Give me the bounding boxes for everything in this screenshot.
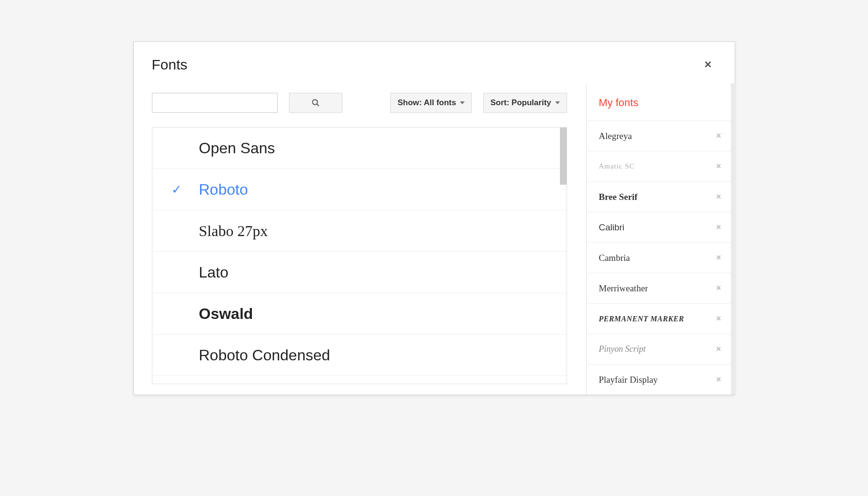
my-fonts-pane: My fonts Alegreya×Amatic SC×Bree Serif×C… xyxy=(586,83,735,395)
font-name-label: Roboto Condensed xyxy=(199,347,330,364)
remove-font-button[interactable]: × xyxy=(716,314,721,324)
font-list-item[interactable]: Slabo 27px xyxy=(152,210,567,252)
remove-font-button[interactable]: × xyxy=(716,161,721,171)
my-font-name-label: Calibri xyxy=(599,222,625,233)
close-icon: × xyxy=(716,222,721,232)
font-name-label: Oswald xyxy=(199,305,253,323)
close-icon: × xyxy=(716,253,721,262)
font-name-label: Roboto xyxy=(199,181,248,198)
font-list[interactable]: Open Sans✓RobotoSlabo 27pxLatoOswaldRobo… xyxy=(152,128,567,384)
my-font-name-label: Pinyon Script xyxy=(599,344,646,354)
my-font-name-label: Alegreya xyxy=(599,131,632,141)
close-icon: × xyxy=(716,283,721,293)
close-icon: × xyxy=(716,161,721,171)
close-button[interactable]: × xyxy=(699,55,716,74)
show-filter-label: Show: All fonts xyxy=(398,98,456,108)
search-input[interactable] xyxy=(152,93,278,113)
my-font-name-label: Permanent Marker xyxy=(599,315,684,323)
close-icon: × xyxy=(716,375,721,384)
left-pane: Show: All fonts Sort: Popularity Open Sa… xyxy=(134,83,586,395)
remove-font-button[interactable]: × xyxy=(716,283,721,293)
dialog-header: Fonts × xyxy=(134,42,735,83)
my-font-item[interactable]: Cambria× xyxy=(587,242,735,273)
remove-font-button[interactable]: × xyxy=(716,375,721,385)
my-font-item[interactable]: Alegreya× xyxy=(587,120,735,151)
remove-font-button[interactable]: × xyxy=(716,192,721,202)
font-name-label: Open Sans xyxy=(199,139,275,157)
close-icon: × xyxy=(716,314,721,323)
font-name-label: Lato xyxy=(199,264,229,281)
font-list-item[interactable]: Lato xyxy=(152,252,567,293)
scrollbar[interactable] xyxy=(731,83,736,395)
close-icon: × xyxy=(716,344,721,354)
search-button[interactable] xyxy=(289,93,342,113)
font-list-item[interactable]: ✓Roboto xyxy=(152,169,567,210)
dialog-body: Show: All fonts Sort: Popularity Open Sa… xyxy=(134,83,735,395)
my-font-name-label: Amatic SC xyxy=(599,162,635,170)
my-font-item[interactable]: Amatic SC× xyxy=(587,151,735,181)
my-font-name-label: Merriweather xyxy=(599,283,648,294)
font-name-label: Slabo 27px xyxy=(199,222,268,240)
font-list-item[interactable]: Roboto Condensed xyxy=(152,335,567,376)
controls-row: Show: All fonts Sort: Popularity xyxy=(152,83,586,127)
search-icon xyxy=(311,99,320,107)
my-font-item[interactable]: Bree Serif× xyxy=(587,181,735,212)
font-list-item[interactable]: Oswald xyxy=(152,293,567,335)
chevron-down-icon xyxy=(460,101,465,104)
dialog-title: Fonts xyxy=(152,57,188,73)
close-icon: × xyxy=(716,192,721,201)
font-list-container: Open Sans✓RobotoSlabo 27pxLatoOswaldRobo… xyxy=(152,127,567,384)
remove-font-button[interactable]: × xyxy=(716,253,721,263)
my-fonts-header: My fonts xyxy=(587,83,735,120)
chevron-down-icon xyxy=(555,101,560,104)
my-font-name-label: Playfair Display xyxy=(599,375,658,385)
svg-point-0 xyxy=(312,99,318,105)
my-font-name-label: Cambria xyxy=(599,253,630,263)
svg-line-1 xyxy=(317,104,319,106)
show-filter-dropdown[interactable]: Show: All fonts xyxy=(390,93,472,113)
remove-font-button[interactable]: × xyxy=(716,222,721,232)
my-font-item[interactable]: Pinyon Script× xyxy=(587,334,735,364)
scrollbar[interactable] xyxy=(560,128,567,185)
fonts-dialog: Fonts × Show: All fonts xyxy=(133,41,735,395)
my-font-item[interactable]: Playfair Display× xyxy=(587,364,735,395)
sort-dropdown[interactable]: Sort: Popularity xyxy=(483,93,567,113)
close-icon: × xyxy=(704,57,711,71)
my-font-item[interactable]: Calibri× xyxy=(587,212,735,242)
remove-font-button[interactable]: × xyxy=(716,131,721,141)
close-icon: × xyxy=(716,131,721,140)
remove-font-button[interactable]: × xyxy=(716,344,721,354)
my-font-name-label: Bree Serif xyxy=(599,192,638,202)
font-list-item[interactable]: Open Sans xyxy=(152,128,567,169)
my-font-item[interactable]: Permanent Marker× xyxy=(587,303,735,334)
my-font-item[interactable]: Merriweather× xyxy=(587,273,735,303)
my-fonts-list: Alegreya×Amatic SC×Bree Serif×Calibri×Ca… xyxy=(587,120,735,395)
check-icon: ✓ xyxy=(171,182,182,197)
sort-label: Sort: Popularity xyxy=(490,98,551,108)
